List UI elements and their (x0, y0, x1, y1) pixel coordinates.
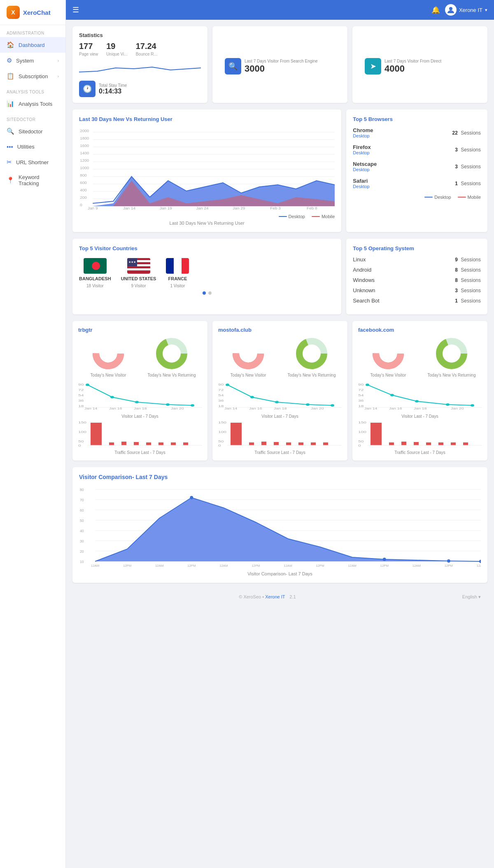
browsers-card: Top 5 Browsers Chrome Desktop 22 Session… (346, 109, 487, 232)
sidebar-item-subscription[interactable]: 📋 Subscription › (0, 68, 65, 84)
domain-card-mostofa: mostofa.club Today's New Visitor (212, 321, 347, 461)
footer-brand[interactable]: Xerone IT (265, 594, 285, 599)
svg-text:50: 50 (78, 440, 84, 443)
donut-returning-facebook (435, 337, 468, 370)
sidebar-item-system[interactable]: ⚙ System › (0, 53, 65, 68)
svg-point-44 (86, 384, 89, 386)
svg-text:Jan 16: Jan 16 (389, 407, 402, 410)
svg-text:1600: 1600 (80, 143, 89, 147)
svg-text:100: 100 (78, 430, 86, 434)
stat-metrics: 177 Page view 19 Unique Vi... 17.24 Boun… (79, 42, 201, 56)
svg-text:Jan 14: Jan 14 (123, 206, 135, 209)
svg-rect-58 (109, 442, 114, 445)
svg-point-37 (164, 346, 179, 361)
carousel-dot-2[interactable] (208, 291, 212, 295)
carousel-dot-1[interactable] (203, 291, 206, 295)
total-stay-value: 0:14:33 (99, 88, 127, 95)
svg-text:12PM: 12PM (445, 564, 453, 568)
sidebar-item-dashboard[interactable]: 🏠 Dashboard (0, 37, 65, 53)
unique-label: Unique Vi... (106, 52, 128, 56)
pageview-label: Page view (79, 52, 98, 56)
svg-text:50: 50 (80, 519, 84, 523)
facebook-returning: Today's New Vs Returning (422, 337, 482, 377)
os-card: Top 5 Operating System Linux 9 Sessions … (346, 239, 487, 314)
svg-point-46 (135, 401, 139, 403)
mostofa-line-label: Visitor Last - 7 Days (218, 414, 342, 419)
sidebar-label-keyword: Keyword Tracking (19, 174, 59, 186)
svg-text:72: 72 (78, 388, 84, 392)
svg-rect-131 (451, 442, 456, 445)
total-stay-row: 🕐 Total Stay Time 0:14:33 (79, 81, 201, 97)
svg-point-105 (444, 346, 459, 361)
mostofa-donuts: Today's New Visitor Today's New Vs Retur… (218, 337, 342, 377)
mostofa-line-chart: 90 72 54 36 18 Jan 14 Jan 16 Jan 18 Jan … (218, 381, 342, 410)
legend-dot-desktop (279, 216, 287, 217)
country-fr: FRANCE 1 Visitor (166, 258, 189, 288)
search-value: 3000 (245, 63, 318, 74)
pageview-value: 177 (79, 42, 98, 51)
sidebar-item-sitedoctor[interactable]: 🔍 Sitedoctor (0, 123, 65, 139)
country-bd: BANGLADESH 18 Visitor (79, 258, 111, 288)
sidebar-label-dashboard: Dashboard (19, 42, 45, 48)
svg-rect-125 (370, 423, 382, 445)
svg-text:2000: 2000 (80, 128, 89, 133)
comparison-card: Visitor Comparison- Last 7 Days 80 70 60… (72, 467, 487, 583)
svg-text:30: 30 (80, 539, 84, 543)
trbgtr-title: trbgtr (78, 327, 202, 333)
searchbot-name: Search Bot (353, 298, 379, 304)
hamburger-icon[interactable]: ☰ (72, 5, 79, 14)
flag-france (166, 258, 189, 274)
legend-desktop-b-label: Desktop (434, 195, 451, 200)
linux-name: Linux (353, 256, 366, 263)
mostofa-new-label: Today's New Visitor (218, 373, 278, 377)
sidebar-item-url-shortner[interactable]: ✂ URL Shortner (0, 154, 65, 170)
svg-text:Jan 16: Jan 16 (249, 407, 262, 410)
svg-text:36: 36 (78, 399, 84, 403)
topbar: ☰ 🔔 Xerone IT ▾ (66, 0, 494, 20)
legend-desktop-label: Desktop (289, 214, 305, 219)
trbgtr-bar-label: Traffic Source Last - 7 Days (78, 450, 202, 455)
svg-point-116 (471, 404, 474, 407)
svg-text:54: 54 (218, 393, 224, 397)
svg-rect-94 (274, 442, 279, 445)
mostofa-returning-label: Today's New Vs Returning (282, 373, 342, 377)
svg-text:72: 72 (218, 388, 224, 392)
browser-legend: Desktop Mobile (353, 195, 481, 200)
browser-firefox-info: Firefox Desktop (353, 144, 370, 155)
last30days-title: Last 30 Days New Vs Returning User (79, 116, 335, 122)
svg-text:12PM: 12PM (252, 564, 260, 568)
legend-dot-desktop-b (424, 197, 433, 198)
svg-text:Jan 18: Jan 18 (134, 407, 147, 410)
language-selector[interactable]: English ▾ (462, 594, 481, 600)
footer-version: 2.1 (289, 594, 296, 599)
trbgtr-line-label: Visitor Last - 7 Days (78, 414, 202, 419)
svg-text:Jan 24: Jan 24 (196, 206, 209, 209)
sidebar-label-utilities: Utilities (17, 144, 35, 150)
svg-point-80 (275, 401, 279, 403)
fr-visitors: 1 Visitor (170, 284, 185, 288)
sidebar-item-keyword[interactable]: 📍 Keyword Tracking (0, 170, 65, 191)
os-searchbot: Search Bot 1 Sessions (353, 298, 481, 304)
sidebar-item-analysis[interactable]: 📊 Analysis Tools (0, 96, 65, 112)
user-menu[interactable]: Xerone IT ▾ (445, 4, 487, 16)
chrome-name: Chrome (353, 127, 373, 133)
svg-point-82 (331, 404, 334, 407)
svg-text:36: 36 (218, 399, 224, 403)
sidebar-section-analysis: ANALYSIS TOOLS (0, 84, 65, 96)
facebook-line-chart: 90 72 54 36 18 Jan 14 Jan 16 Jan 18 Jan … (358, 381, 482, 410)
svg-point-71 (304, 346, 319, 361)
search-info: Last 7 Days Visitor From Search Engine 3… (245, 59, 318, 74)
svg-text:60: 60 (80, 508, 84, 512)
area-chart: 2000 1800 1600 1400 1200 1000 800 600 40… (79, 127, 335, 209)
bell-icon[interactable]: 🔔 (431, 6, 440, 14)
trbgtr-new-label: Today's New Visitor (78, 373, 138, 377)
svg-text:50: 50 (358, 440, 364, 443)
firefox-sessions: 3 Sessions (455, 147, 481, 153)
svg-point-47 (166, 403, 170, 406)
svg-text:18: 18 (78, 404, 84, 408)
browser-netscape-info: Netscape Desktop (353, 161, 377, 172)
sidebar-item-utilities[interactable]: ••• Utilities (0, 139, 65, 154)
svg-point-81 (306, 403, 310, 406)
legend-desktop-b: Desktop (424, 195, 451, 200)
svg-text:12AM: 12AM (91, 564, 99, 568)
